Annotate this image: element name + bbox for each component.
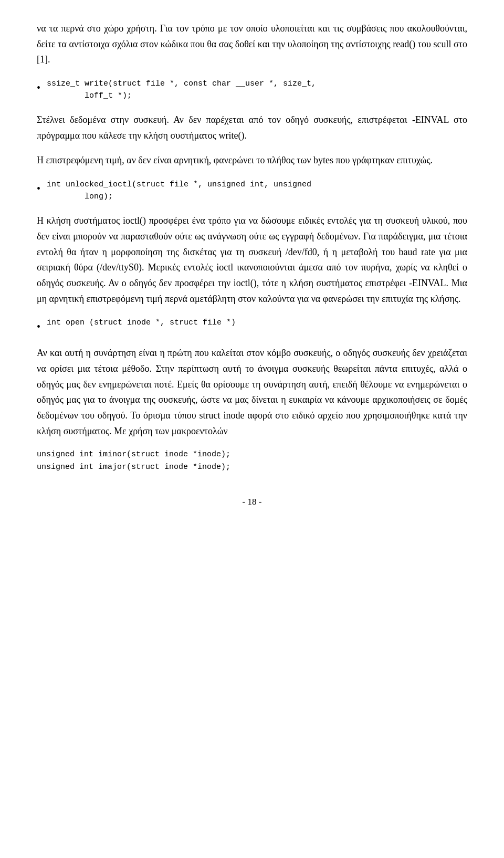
bullet-dot-write: • bbox=[37, 79, 40, 96]
page-number: - 18 - bbox=[37, 495, 467, 509]
ioctl-desc-paragraph: Η κλήση συστήματος ioctl() προσφέρει ένα… bbox=[37, 213, 467, 307]
write-signature: ssize_t write(struct file *, const char … bbox=[47, 78, 316, 102]
write-return-paragraph: Η επιστρεφόμενη τιμή, αν δεν είναι αρνητ… bbox=[37, 153, 467, 169]
write-desc-paragraph: Στέλνει δεδομένα στην συσκευή. Αν δεν πα… bbox=[37, 112, 467, 143]
ioctl-code-block: • int unlocked_ioctl(struct file *, unsi… bbox=[37, 179, 467, 203]
open-code-block: • int open (struct inode *, struct file … bbox=[37, 317, 467, 335]
write-code-block: • ssize_t write(struct file *, const cha… bbox=[37, 78, 467, 102]
open-signature: int open (struct inode *, struct file *) bbox=[47, 317, 236, 329]
bullet-dot-ioctl: • bbox=[37, 180, 40, 197]
open-desc-paragraph: Αν και αυτή η συνάρτηση είναι η πρώτη πο… bbox=[37, 346, 467, 439]
iminor-line: unsigned int iminor(struct inode *inode)… bbox=[37, 448, 467, 461]
iminor-imajor-code: unsigned int iminor(struct inode *inode)… bbox=[37, 448, 467, 474]
bullet-dot-open: • bbox=[37, 318, 40, 335]
ioctl-signature: int unlocked_ioctl(struct file *, unsign… bbox=[47, 179, 311, 203]
intro-paragraph: να τα περνά στο χώρο χρήστη. Για τον τρό… bbox=[37, 21, 467, 68]
imajor-line: unsigned int imajor(struct inode *inode)… bbox=[37, 461, 467, 474]
page-container: να τα περνά στο χώρο χρήστη. Για τον τρό… bbox=[0, 0, 504, 858]
